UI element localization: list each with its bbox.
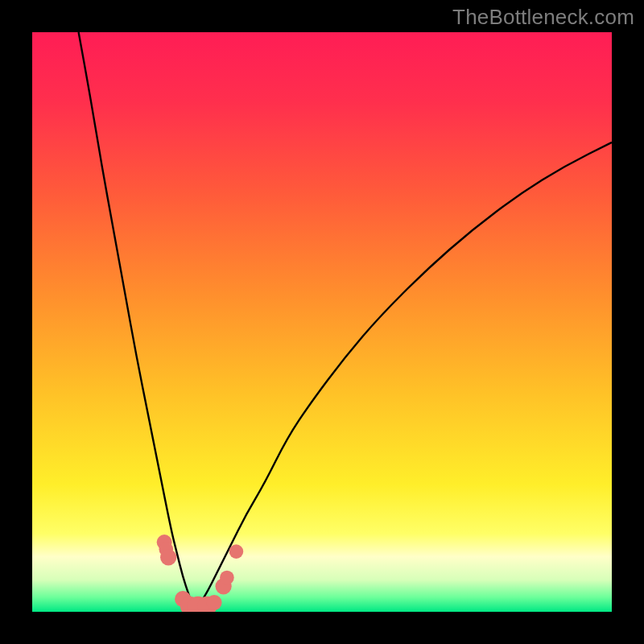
curve-right-branch [195, 142, 612, 612]
curve-left-branch [79, 32, 195, 612]
data-point-marker [220, 571, 234, 585]
data-point-marker [207, 595, 222, 610]
data-point-marker [160, 549, 176, 565]
curve-layer [32, 32, 612, 612]
chart-frame: TheBottleneck.com [0, 0, 644, 644]
data-point-marker [229, 544, 244, 559]
plot-area [32, 32, 612, 612]
watermark-text: TheBottleneck.com [452, 5, 634, 30]
